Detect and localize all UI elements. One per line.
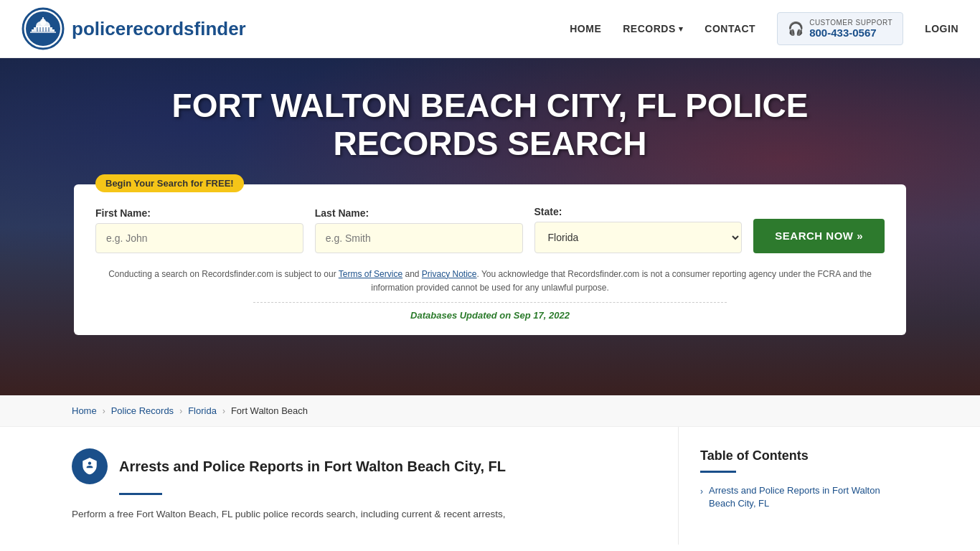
headset-icon: 🎧 — [788, 21, 804, 37]
last-name-label: Last Name: — [315, 207, 523, 219]
breadcrumb-police-records[interactable]: Police Records — [111, 405, 174, 416]
svg-rect-12 — [42, 17, 44, 22]
left-column: Arrests and Police Reports in Fort Walto… — [72, 427, 679, 545]
nav-contact[interactable]: CONTACT — [705, 23, 755, 34]
nav-login[interactable]: LOGIN — [925, 23, 958, 34]
search-button-label: SEARCH NOW » — [775, 230, 863, 242]
hero-title: FORT WALTON BEACH CITY, FL POLICE RECORD… — [95, 87, 885, 163]
state-group: State: Florida Alabama Alaska Arizona Ar… — [534, 206, 743, 253]
right-column: Table of Contents › Arrests and Police R… — [679, 427, 908, 545]
svg-rect-7 — [39, 27, 41, 32]
svg-rect-6 — [37, 27, 38, 32]
last-name-group: Last Name: — [315, 207, 523, 253]
free-badge[interactable]: Begin Your Search for FREE! — [95, 174, 244, 192]
support-number: 800-433-0567 — [809, 27, 892, 39]
first-name-group: First Name: — [95, 207, 303, 253]
first-name-input[interactable] — [95, 223, 303, 253]
breadcrumb-sep-1: › — [103, 406, 105, 416]
breadcrumb-florida[interactable]: Florida — [188, 405, 217, 416]
logo-icon — [22, 7, 65, 50]
customer-support-box[interactable]: 🎧 CUSTOMER SUPPORT 800-433-0567 — [777, 12, 903, 45]
hero-section: FORT WALTON BEACH CITY, FL POLICE RECORD… — [0, 58, 980, 395]
breadcrumb-sep-3: › — [222, 406, 225, 416]
svg-rect-3 — [36, 26, 50, 27]
main-nav: HOME RECORDS ▾ CONTACT 🎧 CUSTOMER SUPPOR… — [570, 12, 958, 45]
breadcrumb-current: Fort Walton Beach — [231, 405, 308, 416]
search-fields: First Name: Last Name: State: Florida Al… — [95, 206, 885, 253]
tos-link[interactable]: Terms of Service — [339, 269, 402, 279]
divider — [253, 302, 727, 303]
main-content: Arrests and Police Reports in Fort Walto… — [0, 427, 980, 545]
section-underline — [119, 493, 162, 495]
state-select[interactable]: Florida Alabama Alaska Arizona Arkansas … — [534, 222, 743, 253]
logo[interactable]: policerecordsfinder — [22, 7, 246, 50]
breadcrumb-home[interactable]: Home — [72, 405, 97, 416]
breadcrumb: Home › Police Records › Florida › Fort W… — [0, 395, 980, 427]
toc-item-1[interactable]: › Arrests and Police Reports in Fort Wal… — [700, 484, 908, 510]
toc-item-1-label: Arrests and Police Reports in Fort Walto… — [709, 484, 908, 510]
privacy-link[interactable]: Privacy Notice — [422, 269, 477, 279]
section-text: Perform a free Fort Walton Beach, FL pub… — [72, 507, 656, 523]
chevron-right-icon: › — [700, 486, 703, 498]
shield-icon — [80, 457, 99, 476]
header: policerecordsfinder HOME RECORDS ▾ CONTA… — [0, 0, 980, 58]
support-label: CUSTOMER SUPPORT — [809, 19, 892, 27]
search-button[interactable]: SEARCH NOW » — [753, 219, 885, 253]
hero-content: FORT WALTON BEACH CITY, FL POLICE RECORD… — [60, 87, 920, 335]
search-box: Begin Your Search for FREE! First Name: … — [74, 184, 906, 335]
section-text-content: Perform a free Fort Walton Beach, FL pub… — [72, 509, 506, 519]
toc-underline — [700, 471, 736, 473]
svg-rect-8 — [42, 27, 44, 32]
shield-icon-circle — [72, 448, 108, 484]
db-updated: Databases Updated on Sep 17, 2022 — [95, 310, 885, 321]
disclaimer-text: Conducting a search on Recordsfinder.com… — [95, 268, 885, 295]
chevron-down-icon: ▾ — [679, 24, 684, 34]
nav-records-label: RECORDS — [623, 23, 676, 34]
svg-rect-10 — [48, 27, 50, 32]
nav-records[interactable]: RECORDS ▾ — [623, 23, 683, 34]
logo-text: policerecordsfinder — [72, 18, 246, 40]
support-info: CUSTOMER SUPPORT 800-433-0567 — [809, 19, 892, 39]
section-header: Arrests and Police Reports in Fort Walto… — [72, 448, 656, 484]
svg-rect-13 — [30, 32, 56, 33]
nav-home[interactable]: HOME — [570, 23, 601, 34]
db-updated-prefix: Databases Updated on — [410, 310, 511, 321]
svg-rect-9 — [45, 27, 47, 32]
toc-title: Table of Contents — [700, 448, 908, 463]
breadcrumb-sep-2: › — [179, 406, 182, 416]
state-label: State: — [534, 206, 743, 217]
first-name-label: First Name: — [95, 207, 303, 219]
db-updated-date: Sep 17, 2022 — [514, 310, 570, 321]
section-title: Arrests and Police Reports in Fort Walto… — [119, 458, 506, 475]
last-name-input[interactable] — [315, 223, 523, 253]
